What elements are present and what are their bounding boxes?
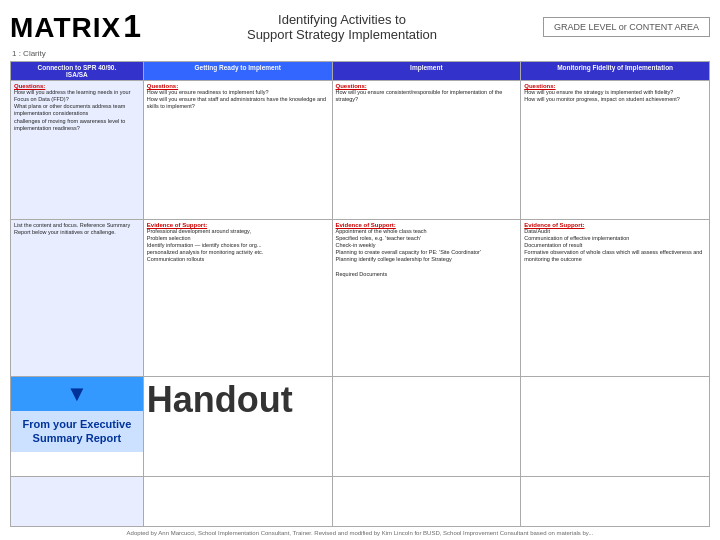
matrix-title: MATRIX <box>10 12 121 44</box>
subtitle: 1 : Clarity <box>10 49 710 58</box>
row4-getting-ready <box>143 477 332 527</box>
row1-getting-ready-text: How will you ensure readiness to impleme… <box>147 89 329 110</box>
row4-connection <box>11 477 144 527</box>
row1-connection-text: How will you address the learning needs … <box>14 89 140 132</box>
title-line2: Support Strategy Implementation <box>141 27 543 42</box>
page: MATRIX 1 Identifying Activities to Suppo… <box>0 0 720 540</box>
row2-connection-text: List the content and focus. Reference Su… <box>14 222 140 236</box>
row2-getting-ready: Evidence of Support: Professional develo… <box>143 219 332 376</box>
row3-monitoring <box>521 377 710 477</box>
row2-implement: Evidence of Support: Appointment of the … <box>332 219 521 376</box>
row4-implement <box>332 477 521 527</box>
col-header-monitoring: Monitoring Fidelity of Implementation <box>521 62 710 81</box>
matrix-number: 1 <box>123 8 141 45</box>
row4-monitoring <box>521 477 710 527</box>
col-header-implement: Implement <box>332 62 521 81</box>
row3-connection-wrapper: ▼ From your Executive Summary Report <box>11 377 144 477</box>
row2-monitoring: Evidence of Support: Data/AuditCommunica… <box>521 219 710 376</box>
row1-monitoring-text: How will you ensure the strategy is impl… <box>524 89 706 103</box>
arrow-cell: ▼ <box>11 377 143 411</box>
header: MATRIX 1 Identifying Activities to Suppo… <box>10 8 710 45</box>
header-row: Connection to SPR 40/90. ISA/SA Getting … <box>11 62 710 81</box>
table-row-evidence: List the content and focus. Reference Su… <box>11 219 710 376</box>
exec-summary-cell: From your Executive Summary Report <box>11 411 143 452</box>
col-header-getting-ready: Getting Ready to Implement <box>143 62 332 81</box>
row2-monitoring-text: Data/AuditCommunication of effective imp… <box>524 228 706 264</box>
handout-text: Handout <box>147 379 293 420</box>
header-left: MATRIX 1 <box>10 8 141 45</box>
table-row-empty <box>11 477 710 527</box>
row2-implement-text: Appointment of the whole class teachSpec… <box>336 228 518 278</box>
row2-getting-ready-text: Professional development around strategy… <box>147 228 329 264</box>
row1-monitoring: Questions: How will you ensure the strat… <box>521 81 710 220</box>
row1-connection: Questions: How will you address the lear… <box>11 81 144 220</box>
table-row-handout: ▼ From your Executive Summary Report Han… <box>11 377 710 477</box>
row2-connection: List the content and focus. Reference Su… <box>11 219 144 376</box>
table-row-questions: Questions: How will you address the lear… <box>11 81 710 220</box>
footer: Adopted by Ann Marcucci, School Implemen… <box>10 530 710 536</box>
exec-summary-text: From your Executive Summary Report <box>15 417 139 446</box>
row1-getting-ready: Questions: How will you ensure readiness… <box>143 81 332 220</box>
row1-implement: Questions: How will you ensure consisten… <box>332 81 521 220</box>
title-line1: Identifying Activities to <box>141 12 543 27</box>
row1-implement-text: How will you ensure consistent/responsib… <box>336 89 518 103</box>
down-arrow-icon: ▼ <box>11 383 143 405</box>
main-table: Connection to SPR 40/90. ISA/SA Getting … <box>10 61 710 527</box>
grade-box: GRADE LEVEL or CONTENT AREA <box>543 17 710 37</box>
row3-implement <box>332 377 521 477</box>
header-center: Identifying Activities to Support Strate… <box>141 12 543 42</box>
col-header-connection: Connection to SPR 40/90. ISA/SA <box>11 62 144 81</box>
handout-cell: Handout <box>143 377 332 477</box>
